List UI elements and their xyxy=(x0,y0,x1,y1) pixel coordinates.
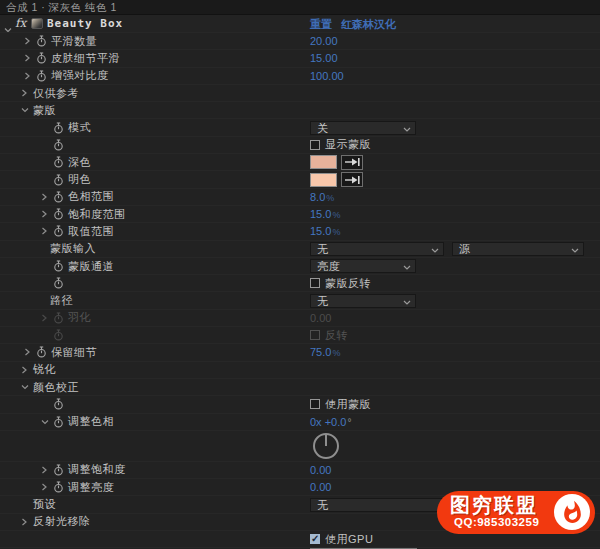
param-value[interactable]: 15.00 xyxy=(310,52,338,64)
disclosure-arrow-icon[interactable] xyxy=(37,210,52,218)
disclosure-arrow-icon[interactable] xyxy=(37,483,52,491)
param-row-left: 锐化 xyxy=(0,362,600,378)
value-suffix: ° xyxy=(347,417,351,428)
disclosure-arrow-icon[interactable] xyxy=(20,37,35,45)
stopwatch-icon[interactable] xyxy=(53,208,64,220)
stopwatch-icon[interactable] xyxy=(53,312,64,324)
chevron-down-icon xyxy=(403,264,411,271)
param-row: 调整色相0x +0.0° xyxy=(0,413,600,430)
stopwatch-icon[interactable] xyxy=(53,481,64,493)
chevron-right-icon xyxy=(41,314,48,322)
stopwatch-icon xyxy=(53,191,64,203)
color-swatch[interactable] xyxy=(310,155,337,169)
stopwatch-icon xyxy=(53,122,64,134)
checkbox-label: 使用蒙版 xyxy=(325,397,371,412)
dropdown-value: 亮度 xyxy=(317,260,340,272)
checkbox[interactable] xyxy=(310,534,320,544)
watermark-qq: QQ:985303259 xyxy=(454,516,539,528)
param-label: 皮肤细节平滑 xyxy=(51,51,120,66)
param-control: 无 xyxy=(310,292,416,308)
stopwatch-icon[interactable] xyxy=(53,277,64,289)
eyedropper-button[interactable] xyxy=(341,172,363,187)
stopwatch-icon[interactable] xyxy=(53,122,64,134)
param-value[interactable]: 0.00 xyxy=(310,312,331,324)
chevron-down-icon xyxy=(431,247,439,254)
param-value[interactable]: 15.0% xyxy=(310,225,340,237)
disclosure-arrow-icon[interactable] xyxy=(37,466,52,474)
checkbox[interactable] xyxy=(310,140,320,150)
param-value[interactable]: 20.00 xyxy=(310,35,338,47)
eyedropper-icon xyxy=(344,175,361,185)
param-row-left xyxy=(0,431,600,461)
stopwatch-icon[interactable] xyxy=(53,174,64,186)
stopwatch-icon[interactable] xyxy=(53,139,64,151)
stopwatch-icon[interactable] xyxy=(36,346,47,358)
disclosure-arrow-icon[interactable] xyxy=(37,193,52,201)
fx-badge[interactable]: fx xyxy=(15,16,26,30)
dropdown[interactable]: 无 xyxy=(310,294,416,308)
stopwatch-icon[interactable] xyxy=(53,260,64,272)
param-row: 明色 xyxy=(0,170,600,187)
stopwatch-icon[interactable] xyxy=(53,464,64,476)
disclosure-arrow-icon[interactable] xyxy=(20,54,35,62)
param-value[interactable]: 75.0% xyxy=(310,346,340,358)
param-control xyxy=(310,171,363,187)
checkbox[interactable] xyxy=(310,278,320,288)
stopwatch-icon[interactable] xyxy=(53,416,64,428)
param-control xyxy=(310,154,363,170)
dropdown[interactable]: 无 xyxy=(310,242,444,256)
chevron-right-icon xyxy=(24,54,31,62)
checkbox[interactable] xyxy=(310,399,320,409)
stopwatch-icon[interactable] xyxy=(53,191,64,203)
disclosure-arrow-icon[interactable] xyxy=(20,72,35,80)
disclosure-arrow-icon[interactable] xyxy=(20,89,29,97)
disclosure-arrow-icon[interactable] xyxy=(20,348,35,356)
stopwatch-icon[interactable] xyxy=(36,70,47,82)
stopwatch-icon[interactable] xyxy=(53,398,64,410)
param-value[interactable]: 8.0% xyxy=(310,191,334,203)
stopwatch-icon xyxy=(53,464,64,476)
chevron-right-icon xyxy=(41,193,48,201)
param-value[interactable]: 0.00 xyxy=(310,481,331,493)
param-row-left: 调整色相 xyxy=(0,414,600,430)
param-row: 颜色校正 xyxy=(0,378,600,395)
credit-link[interactable]: 红森林汉化 xyxy=(341,17,396,32)
disclosure-arrow-icon[interactable] xyxy=(37,418,52,426)
disclosure-arrow-icon[interactable] xyxy=(20,518,29,526)
stopwatch-icon[interactable] xyxy=(53,156,64,168)
chevron-right-icon xyxy=(41,466,48,474)
checkbox[interactable] xyxy=(310,330,320,340)
chevron-down-icon xyxy=(21,106,29,114)
dropdown[interactable]: 关 xyxy=(310,121,416,135)
angle-dial[interactable] xyxy=(313,433,339,459)
layer-source-dropdown[interactable]: 源 xyxy=(452,242,584,256)
disclosure-arrow-icon[interactable] xyxy=(37,314,52,322)
dropdown[interactable]: 亮度 xyxy=(310,259,416,273)
reset-link[interactable]: 重置 xyxy=(310,17,332,32)
color-swatch[interactable] xyxy=(310,173,337,187)
dropdown-value: 无 xyxy=(317,295,329,307)
param-value[interactable]: 15.0% xyxy=(310,208,340,220)
dropdown-value: 无 xyxy=(317,499,329,511)
panel-tab[interactable]: 合成 1 · 深灰色 纯色 1 xyxy=(0,0,600,15)
param-row-left: 蒙版 xyxy=(0,102,600,118)
param-control: 蒙版反转 xyxy=(310,275,371,291)
disclosure-arrow-icon[interactable] xyxy=(20,106,29,114)
stopwatch-icon[interactable] xyxy=(53,225,64,237)
eyedropper-button[interactable] xyxy=(341,155,363,170)
stopwatch-icon[interactable] xyxy=(53,329,64,341)
disclosure-arrow-icon[interactable] xyxy=(20,366,29,374)
disclosure-arrow-icon[interactable] xyxy=(20,383,29,391)
param-label: 调整饱和度 xyxy=(68,462,126,477)
param-row: 显示蒙版 xyxy=(0,136,600,153)
stopwatch-icon[interactable] xyxy=(36,52,47,64)
stopwatch-icon xyxy=(53,481,64,493)
param-value[interactable]: 100.00 xyxy=(310,70,344,82)
param-value[interactable]: 0.00 xyxy=(310,464,331,476)
param-label: 调整亮度 xyxy=(68,480,114,495)
param-label: 蒙版输入 xyxy=(50,241,96,256)
stopwatch-icon xyxy=(36,52,47,64)
angle-value[interactable]: 0x +0.0° xyxy=(310,416,351,428)
stopwatch-icon[interactable] xyxy=(36,35,47,47)
disclosure-arrow-icon[interactable] xyxy=(37,227,52,235)
